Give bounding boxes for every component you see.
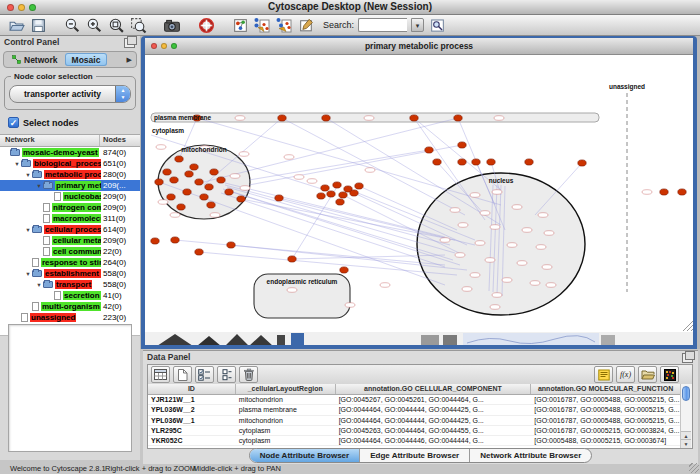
network-node[interactable] — [487, 159, 495, 165]
network-node[interactable] — [183, 189, 191, 195]
column-header[interactable]: annotation.GO CELLULAR_COMPONENT — [336, 384, 532, 394]
tree-row[interactable]: ▼metabolic process280(0) — [0, 169, 140, 180]
node-color-dropdown[interactable]: transporter activity — [9, 85, 131, 103]
create-attribute-icon[interactable] — [173, 366, 192, 383]
network-node[interactable] — [207, 202, 215, 208]
attribute-notes-icon[interactable] — [594, 366, 613, 383]
column-header[interactable]: annotation.GO MOLECULAR_FUNCTION — [531, 384, 681, 394]
network-view-titlebar[interactable]: primary metabolic process — [145, 38, 693, 55]
network-node[interactable] — [205, 184, 213, 190]
tree-row[interactable]: ▼primary metabo209(... — [0, 180, 140, 191]
window-resize-grip[interactable] — [689, 463, 699, 473]
zoom-selected-region-icon[interactable] — [129, 16, 147, 34]
float-data-panel-icon[interactable] — [682, 353, 693, 363]
network-node[interactable] — [275, 195, 283, 201]
expand-arrow-icon[interactable]: ▼ — [35, 282, 43, 288]
network-node[interactable] — [454, 115, 462, 121]
zoom-window-button[interactable] — [29, 4, 36, 11]
network-node[interactable] — [678, 189, 686, 195]
network-node[interactable] — [340, 267, 348, 273]
network-node[interactable] — [458, 142, 466, 148]
network-node[interactable] — [322, 115, 330, 121]
table-scrollbar[interactable]: ▲ ▼ — [680, 384, 692, 448]
expand-arrow-icon[interactable]: ▼ — [24, 172, 32, 178]
expand-arrow-icon[interactable]: ▼ — [24, 271, 32, 277]
birds-eye-view[interactable] — [8, 324, 132, 452]
annotation-icon[interactable] — [297, 16, 315, 34]
zoom-fit-icon[interactable] — [107, 16, 125, 34]
network-node[interactable] — [336, 199, 344, 205]
function-builder-icon[interactable]: f(x) — [616, 366, 635, 383]
snapshot-icon[interactable] — [163, 16, 181, 34]
select-nodes-checkbox[interactable] — [8, 117, 19, 128]
network-node[interactable] — [321, 185, 329, 191]
tab-network[interactable]: Network — [5, 53, 65, 66]
open-session-icon[interactable] — [7, 16, 25, 34]
network-node[interactable] — [177, 204, 185, 210]
enhanced-search-config-icon[interactable] — [428, 16, 446, 34]
import-attributes-icon[interactable] — [638, 366, 657, 383]
network-node[interactable] — [472, 159, 480, 165]
network-node[interactable] — [175, 156, 183, 162]
frame-minimize-button[interactable] — [161, 43, 167, 49]
expand-arrow-icon[interactable]: ▼ — [35, 183, 43, 189]
network-node[interactable] — [327, 191, 335, 197]
matrix-view-icon[interactable] — [660, 366, 679, 383]
tab-overflow-arrow-icon[interactable] — [127, 56, 135, 64]
network-node[interactable] — [167, 194, 175, 200]
column-header[interactable]: ID — [148, 384, 236, 394]
network-node[interactable] — [333, 182, 341, 188]
network-node[interactable] — [355, 183, 363, 189]
network-node[interactable] — [185, 171, 193, 177]
network-node[interactable] — [317, 193, 325, 199]
scrollbar-thumb[interactable] — [682, 386, 690, 401]
unselect-attributes-icon[interactable] — [217, 366, 236, 383]
tree-row[interactable]: mosaic-demo-yeast874(0) — [0, 147, 140, 158]
tree-column-network[interactable]: Network — [0, 135, 99, 146]
tree-row[interactable]: ▼cellular process614(0) — [0, 224, 140, 235]
tree-row[interactable]: ▼biological_process651(0) — [0, 158, 140, 169]
connect-selected-nodes-icon[interactable] — [275, 16, 293, 34]
network-node[interactable] — [155, 179, 163, 185]
network-node[interactable] — [660, 189, 668, 195]
tab-edge-attribute-browser[interactable]: Edge Attribute Browser — [359, 449, 469, 462]
network-node[interactable] — [227, 242, 235, 248]
network-node[interactable] — [339, 192, 347, 198]
search-input[interactable] — [358, 18, 407, 32]
network-node[interactable] — [525, 159, 533, 165]
attribute-table-icon[interactable] — [151, 366, 170, 383]
select-first-neighbors-icon[interactable] — [253, 16, 271, 34]
tree-row[interactable]: ▼establishment of lo558(0) — [0, 268, 140, 279]
help-icon[interactable] — [197, 16, 215, 34]
minimize-button[interactable] — [18, 4, 25, 11]
network-node[interactable] — [425, 147, 433, 153]
table-row[interactable]: YPL036W__2plasma membrane[GO:0044464, GO… — [148, 405, 681, 415]
network-node[interactable] — [217, 177, 225, 183]
table-row[interactable]: YPL036W__1mitochondrion[GO:0044464, GO:0… — [148, 416, 681, 426]
network-node[interactable] — [350, 190, 358, 196]
network-node[interactable] — [195, 249, 203, 255]
network-node[interactable] — [278, 115, 286, 121]
column-header[interactable]: _cellularLayoutRegion — [236, 384, 336, 394]
network-node[interactable] — [163, 169, 171, 175]
tree-row[interactable]: secretion41(0) — [0, 290, 140, 301]
frame-zoom-button[interactable] — [171, 43, 177, 49]
tab-mosaic[interactable]: Mosaic — [65, 53, 108, 66]
frame-close-button[interactable] — [151, 43, 157, 49]
tree-row[interactable]: response to stimulu264(0) — [0, 257, 140, 268]
network-node[interactable] — [151, 238, 159, 244]
network-node[interactable] — [200, 194, 208, 200]
table-row[interactable]: YJR121W__1mitochondrion[GO:0045267, GO:0… — [148, 395, 681, 405]
network-node[interactable] — [210, 169, 218, 175]
network-node[interactable] — [195, 179, 203, 185]
network-canvas[interactable]: plasma membrane cytoplasm mitochondrion … — [145, 55, 693, 332]
tree-row[interactable]: macromolecule311(0) — [0, 213, 140, 224]
window-titlebar[interactable]: Cytoscape Desktop (New Session) — [0, 0, 700, 15]
manage-networks-icon[interactable] — [231, 16, 249, 34]
delete-attribute-icon[interactable] — [239, 366, 258, 383]
network-node[interactable] — [410, 115, 418, 121]
tree-row[interactable]: cellular metabo209(0) — [0, 235, 140, 246]
zoom-out-icon[interactable] — [63, 16, 81, 34]
tree-row[interactable]: cell communicat22(0) — [0, 246, 140, 257]
tree-row[interactable]: multi-organism pro42(0) — [0, 301, 140, 312]
